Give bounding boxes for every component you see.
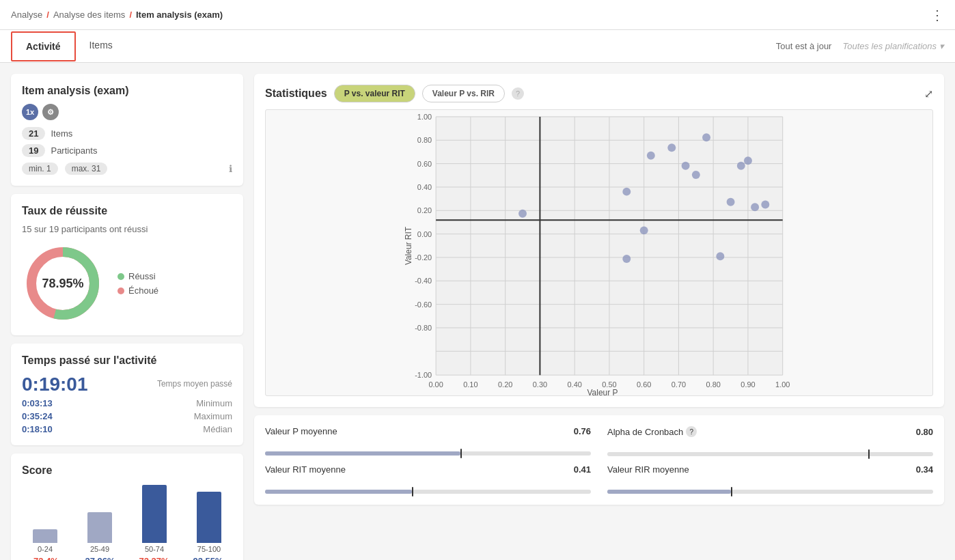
stats-header: Statistiques P vs. valeur RIT Valeur P v… (265, 85, 933, 102)
svg-text:-0.80: -0.80 (415, 324, 432, 332)
svg-text:0.80: 0.80 (417, 136, 432, 144)
btn-p-vs-rit[interactable]: P vs. valeur RIT (334, 85, 415, 102)
svg-text:0.60: 0.60 (417, 160, 432, 168)
svg-text:0.40: 0.40 (417, 183, 432, 191)
score-val-meilleur: 93.55% (184, 556, 232, 560)
svg-text:-0.40: -0.40 (415, 277, 432, 285)
bar-25-49 (87, 512, 112, 543)
bar-75-100 (197, 492, 221, 543)
info-icon[interactable]: ℹ (229, 163, 232, 174)
bar-label-50-74: 50-74 (145, 545, 164, 553)
svg-point-62 (737, 162, 745, 170)
bottom-row-2: Valeur RIT moyenne 0.41 Valeur RIR moyen… (265, 464, 933, 494)
rit-fill (265, 490, 412, 494)
tab-activite[interactable]: Activité (11, 31, 76, 61)
breadcrumb: Analyse / Analyse des items / Item analy… (11, 10, 223, 20)
stats-help-icon[interactable]: ? (512, 87, 524, 100)
valeur-rit-moyenne: Valeur RIT moyenne 0.41 (265, 464, 591, 494)
time-rows: 0:03:13 Minimum 0:35:24 Maximum 0:18:10 … (22, 398, 232, 434)
item-analysis-card: Item analysis (exam) 1x ⚙ 21 Items 19 Pa… (11, 74, 243, 186)
score-col-moyenne: 73.4% Moyenne (22, 556, 70, 560)
btn-p-vs-rir[interactable]: Valeur P vs. RIR (422, 85, 505, 102)
bar-label-75-100: 75-100 (197, 545, 221, 553)
time-max-val: 0:35:24 (22, 411, 53, 421)
breadcrumb-analyse[interactable]: Analyse (11, 10, 42, 20)
alpha-value: 0.80 (916, 427, 933, 437)
participants-stat-row: 19 Participants (22, 144, 232, 157)
bar-0-24 (33, 529, 57, 543)
menu-dots-icon[interactable]: ⋮ (930, 7, 944, 23)
score-val-mediane: 72.37% (130, 556, 178, 560)
bar-50-74 (142, 485, 167, 543)
min-max-row: min. 1 max. 31 ℹ (22, 163, 232, 175)
breadcrumb-sep-2: / (129, 10, 132, 20)
participants-label: Participants (51, 145, 97, 156)
schedule-select[interactable]: Toutes les planifications ▾ (842, 41, 944, 51)
svg-text:-1.00: -1.00 (415, 371, 432, 379)
rir-bar (607, 490, 933, 494)
legend-dot-reussi (117, 273, 124, 280)
bar-group-0-24: 0-24 (22, 529, 68, 553)
items-count-badge: 21 (22, 127, 45, 140)
legend-reussi: Réussi (117, 271, 158, 281)
score-col-meilleur: 93.55% Meilleur (184, 556, 232, 560)
score-bars: 0-24 25-49 50-74 75-100 (22, 485, 232, 553)
bar-label-0-24: 0-24 (38, 545, 53, 553)
svg-point-65 (761, 201, 769, 209)
success-subtitle: 15 sur 19 participants ont réussi (22, 224, 232, 234)
temps-card: Temps passé sur l'activité 0:19:01 Temps… (11, 344, 243, 445)
bar-group-25-49: 25-49 (77, 512, 123, 553)
svg-text:0.70: 0.70 (672, 380, 686, 389)
valeur-p-marker (460, 449, 462, 458)
breadcrumb-sep-1: / (46, 10, 49, 20)
temps-title: Temps passé sur l'activité (22, 354, 232, 367)
right-panel: Statistiques P vs. valeur RIT Valeur P v… (254, 74, 944, 560)
valeur-p-label-row: Valeur P moyenne 0.76 (265, 426, 591, 436)
status-text: Tout est à jour (776, 41, 832, 51)
icon-badge-gear[interactable]: ⚙ (42, 104, 59, 120)
svg-point-66 (640, 226, 648, 234)
score-val-pire: 27.96% (76, 556, 124, 560)
tab-items[interactable]: Items (76, 31, 126, 61)
alpha-label-row: Alpha de Cronbach ? 0.80 (607, 426, 933, 437)
scatter-svg: 1.00 0.80 0.60 0.40 0.20 0.00 -0.20 -0.4… (266, 110, 932, 395)
donut-container: 78.95% Réussi Échoué (22, 242, 232, 324)
taux-title: Taux de réussite (22, 205, 232, 217)
svg-point-57 (682, 162, 690, 170)
donut-legend: Réussi Échoué (117, 271, 158, 296)
legend-label-echoue: Échoué (128, 285, 158, 296)
breadcrumb-analyse-items[interactable]: Analyse des items (53, 10, 126, 20)
rit-label-row: Valeur RIT moyenne 0.41 (265, 464, 591, 475)
svg-text:0.30: 0.30 (533, 380, 547, 389)
valeur-p-value: 0.76 (574, 426, 591, 436)
max-badge: max. 31 (65, 163, 108, 175)
time-row-median: 0:18:10 Médian (22, 424, 232, 434)
time-median-label: Médian (203, 424, 232, 434)
left-column: Item analysis (exam) 1x ⚙ 21 Items 19 Pa… (11, 74, 243, 560)
time-row-max: 0:35:24 Maximum (22, 411, 232, 421)
donut-percentage: 78.95% (42, 277, 83, 291)
alpha-marker (868, 449, 870, 459)
item-analysis-title: Item analysis (exam) (22, 85, 232, 97)
svg-point-61 (727, 198, 735, 206)
score-col-mediane: 72.37% Médiane (130, 556, 178, 560)
svg-point-67 (622, 255, 631, 263)
score-val-moyenne: 73.4% (22, 556, 70, 560)
svg-text:Valeur P: Valeur P (587, 388, 618, 395)
avg-label: Temps moyen passé (157, 379, 232, 389)
chevron-down-icon: ▾ (939, 41, 944, 51)
expand-icon[interactable]: ⤢ (924, 87, 933, 100)
svg-text:-0.20: -0.20 (415, 253, 432, 262)
rir-label: Valeur RIR moyenne (607, 464, 689, 475)
svg-text:0.80: 0.80 (706, 380, 721, 389)
scatter-wrap: 1.00 0.80 0.60 0.40 0.20 0.00 -0.20 -0.4… (265, 109, 933, 396)
score-title: Score (22, 464, 232, 477)
items-stat-row: 21 Items (22, 127, 232, 140)
rit-value: 0.41 (574, 464, 591, 475)
score-stats: 73.4% Moyenne 27.96% Pire 72.37% Médiane… (22, 556, 232, 560)
alpha-help-icon[interactable]: ? (686, 426, 697, 437)
svg-point-53 (518, 210, 527, 218)
time-median-val: 0:18:10 (22, 424, 53, 434)
taux-card: Taux de réussite 15 sur 19 participants … (11, 194, 243, 335)
time-min-val: 0:03:13 (22, 398, 53, 408)
